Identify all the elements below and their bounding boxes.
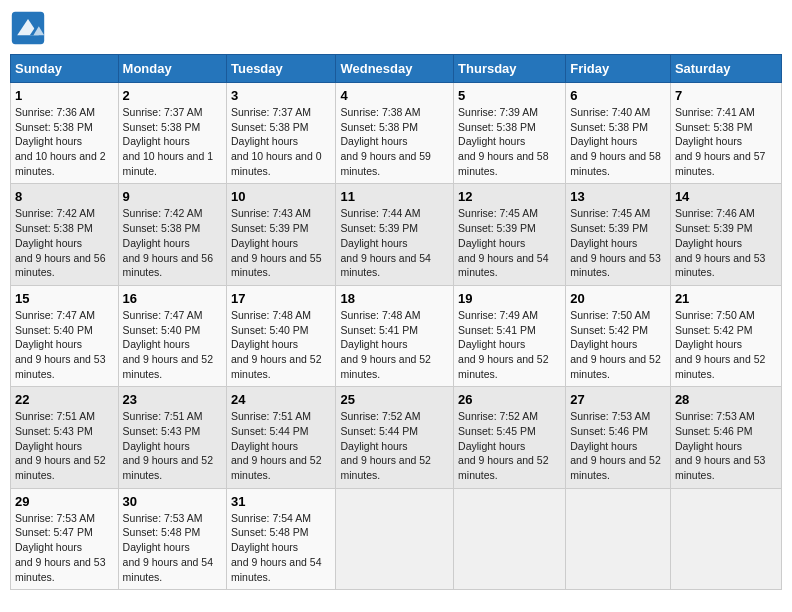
day-number: 12	[458, 189, 561, 204]
calendar-cell: 13 Sunrise: 7:45 AM Sunset: 5:39 PM Dayl…	[566, 184, 671, 285]
calendar-cell: 3 Sunrise: 7:37 AM Sunset: 5:38 PM Dayli…	[226, 83, 335, 184]
calendar-cell: 25 Sunrise: 7:52 AM Sunset: 5:44 PM Dayl…	[336, 387, 454, 488]
day-info: Sunrise: 7:42 AM Sunset: 5:38 PM Dayligh…	[123, 206, 222, 279]
calendar-cell: 28 Sunrise: 7:53 AM Sunset: 5:46 PM Dayl…	[670, 387, 781, 488]
header-thursday: Thursday	[454, 55, 566, 83]
day-number: 16	[123, 291, 222, 306]
calendar-cell: 6 Sunrise: 7:40 AM Sunset: 5:38 PM Dayli…	[566, 83, 671, 184]
week-row-4: 22 Sunrise: 7:51 AM Sunset: 5:43 PM Dayl…	[11, 387, 782, 488]
calendar-cell: 1 Sunrise: 7:36 AM Sunset: 5:38 PM Dayli…	[11, 83, 119, 184]
day-number: 15	[15, 291, 114, 306]
day-number: 30	[123, 494, 222, 509]
calendar-cell: 16 Sunrise: 7:47 AM Sunset: 5:40 PM Dayl…	[118, 285, 226, 386]
day-number: 10	[231, 189, 331, 204]
day-info: Sunrise: 7:50 AM Sunset: 5:42 PM Dayligh…	[675, 308, 777, 381]
day-number: 5	[458, 88, 561, 103]
day-number: 17	[231, 291, 331, 306]
day-number: 8	[15, 189, 114, 204]
calendar-cell: 27 Sunrise: 7:53 AM Sunset: 5:46 PM Dayl…	[566, 387, 671, 488]
day-info: Sunrise: 7:53 AM Sunset: 5:47 PM Dayligh…	[15, 511, 114, 584]
day-number: 22	[15, 392, 114, 407]
calendar-header-row: SundayMondayTuesdayWednesdayThursdayFrid…	[11, 55, 782, 83]
calendar-cell	[454, 488, 566, 589]
day-info: Sunrise: 7:52 AM Sunset: 5:45 PM Dayligh…	[458, 409, 561, 482]
day-info: Sunrise: 7:48 AM Sunset: 5:41 PM Dayligh…	[340, 308, 449, 381]
calendar-cell: 31 Sunrise: 7:54 AM Sunset: 5:48 PM Dayl…	[226, 488, 335, 589]
header	[10, 10, 782, 46]
day-number: 31	[231, 494, 331, 509]
calendar-cell: 17 Sunrise: 7:48 AM Sunset: 5:40 PM Dayl…	[226, 285, 335, 386]
calendar-table: SundayMondayTuesdayWednesdayThursdayFrid…	[10, 54, 782, 590]
day-info: Sunrise: 7:37 AM Sunset: 5:38 PM Dayligh…	[123, 105, 222, 178]
day-info: Sunrise: 7:51 AM Sunset: 5:44 PM Dayligh…	[231, 409, 331, 482]
calendar-cell: 15 Sunrise: 7:47 AM Sunset: 5:40 PM Dayl…	[11, 285, 119, 386]
week-row-5: 29 Sunrise: 7:53 AM Sunset: 5:47 PM Dayl…	[11, 488, 782, 589]
day-number: 20	[570, 291, 666, 306]
day-info: Sunrise: 7:53 AM Sunset: 5:46 PM Dayligh…	[675, 409, 777, 482]
day-info: Sunrise: 7:53 AM Sunset: 5:48 PM Dayligh…	[123, 511, 222, 584]
calendar-cell: 18 Sunrise: 7:48 AM Sunset: 5:41 PM Dayl…	[336, 285, 454, 386]
day-number: 13	[570, 189, 666, 204]
calendar-cell	[336, 488, 454, 589]
day-info: Sunrise: 7:45 AM Sunset: 5:39 PM Dayligh…	[458, 206, 561, 279]
day-info: Sunrise: 7:45 AM Sunset: 5:39 PM Dayligh…	[570, 206, 666, 279]
day-info: Sunrise: 7:40 AM Sunset: 5:38 PM Dayligh…	[570, 105, 666, 178]
day-info: Sunrise: 7:41 AM Sunset: 5:38 PM Dayligh…	[675, 105, 777, 178]
calendar-cell: 30 Sunrise: 7:53 AM Sunset: 5:48 PM Dayl…	[118, 488, 226, 589]
header-friday: Friday	[566, 55, 671, 83]
logo-icon	[10, 10, 46, 46]
day-number: 7	[675, 88, 777, 103]
day-number: 14	[675, 189, 777, 204]
calendar-cell: 19 Sunrise: 7:49 AM Sunset: 5:41 PM Dayl…	[454, 285, 566, 386]
day-info: Sunrise: 7:46 AM Sunset: 5:39 PM Dayligh…	[675, 206, 777, 279]
day-info: Sunrise: 7:52 AM Sunset: 5:44 PM Dayligh…	[340, 409, 449, 482]
day-info: Sunrise: 7:48 AM Sunset: 5:40 PM Dayligh…	[231, 308, 331, 381]
day-info: Sunrise: 7:44 AM Sunset: 5:39 PM Dayligh…	[340, 206, 449, 279]
day-info: Sunrise: 7:47 AM Sunset: 5:40 PM Dayligh…	[123, 308, 222, 381]
week-row-3: 15 Sunrise: 7:47 AM Sunset: 5:40 PM Dayl…	[11, 285, 782, 386]
day-number: 28	[675, 392, 777, 407]
day-number: 1	[15, 88, 114, 103]
day-number: 21	[675, 291, 777, 306]
day-number: 26	[458, 392, 561, 407]
day-info: Sunrise: 7:53 AM Sunset: 5:46 PM Dayligh…	[570, 409, 666, 482]
day-number: 2	[123, 88, 222, 103]
day-number: 25	[340, 392, 449, 407]
day-info: Sunrise: 7:51 AM Sunset: 5:43 PM Dayligh…	[15, 409, 114, 482]
calendar-cell: 21 Sunrise: 7:50 AM Sunset: 5:42 PM Dayl…	[670, 285, 781, 386]
header-saturday: Saturday	[670, 55, 781, 83]
calendar-cell: 22 Sunrise: 7:51 AM Sunset: 5:43 PM Dayl…	[11, 387, 119, 488]
day-number: 3	[231, 88, 331, 103]
day-info: Sunrise: 7:37 AM Sunset: 5:38 PM Dayligh…	[231, 105, 331, 178]
header-wednesday: Wednesday	[336, 55, 454, 83]
day-number: 9	[123, 189, 222, 204]
day-number: 27	[570, 392, 666, 407]
day-number: 18	[340, 291, 449, 306]
header-monday: Monday	[118, 55, 226, 83]
day-number: 4	[340, 88, 449, 103]
day-number: 24	[231, 392, 331, 407]
day-number: 6	[570, 88, 666, 103]
calendar-cell: 24 Sunrise: 7:51 AM Sunset: 5:44 PM Dayl…	[226, 387, 335, 488]
calendar-cell	[670, 488, 781, 589]
calendar-cell: 12 Sunrise: 7:45 AM Sunset: 5:39 PM Dayl…	[454, 184, 566, 285]
calendar-cell	[566, 488, 671, 589]
calendar-cell: 2 Sunrise: 7:37 AM Sunset: 5:38 PM Dayli…	[118, 83, 226, 184]
calendar-cell: 20 Sunrise: 7:50 AM Sunset: 5:42 PM Dayl…	[566, 285, 671, 386]
calendar-cell: 5 Sunrise: 7:39 AM Sunset: 5:38 PM Dayli…	[454, 83, 566, 184]
week-row-2: 8 Sunrise: 7:42 AM Sunset: 5:38 PM Dayli…	[11, 184, 782, 285]
calendar-cell: 4 Sunrise: 7:38 AM Sunset: 5:38 PM Dayli…	[336, 83, 454, 184]
day-info: Sunrise: 7:39 AM Sunset: 5:38 PM Dayligh…	[458, 105, 561, 178]
day-info: Sunrise: 7:43 AM Sunset: 5:39 PM Dayligh…	[231, 206, 331, 279]
calendar-cell: 11 Sunrise: 7:44 AM Sunset: 5:39 PM Dayl…	[336, 184, 454, 285]
day-number: 19	[458, 291, 561, 306]
calendar-cell: 7 Sunrise: 7:41 AM Sunset: 5:38 PM Dayli…	[670, 83, 781, 184]
header-tuesday: Tuesday	[226, 55, 335, 83]
calendar-cell: 10 Sunrise: 7:43 AM Sunset: 5:39 PM Dayl…	[226, 184, 335, 285]
calendar-cell: 29 Sunrise: 7:53 AM Sunset: 5:47 PM Dayl…	[11, 488, 119, 589]
day-info: Sunrise: 7:47 AM Sunset: 5:40 PM Dayligh…	[15, 308, 114, 381]
day-info: Sunrise: 7:49 AM Sunset: 5:41 PM Dayligh…	[458, 308, 561, 381]
day-number: 29	[15, 494, 114, 509]
calendar-cell: 9 Sunrise: 7:42 AM Sunset: 5:38 PM Dayli…	[118, 184, 226, 285]
calendar-cell: 23 Sunrise: 7:51 AM Sunset: 5:43 PM Dayl…	[118, 387, 226, 488]
